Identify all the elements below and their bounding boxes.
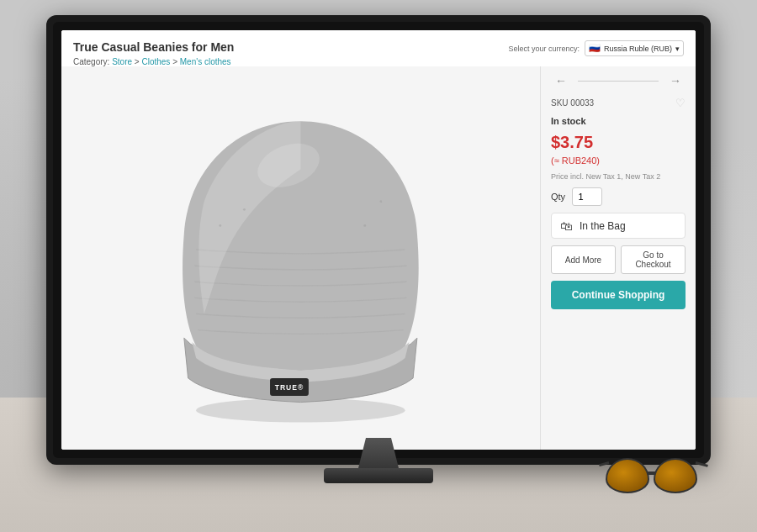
temple-left: [599, 461, 609, 466]
currency-value: Russia Ruble (RUB): [604, 45, 672, 53]
price-usd: $3.75: [551, 133, 686, 152]
header-left: True Casual Beanies for Men Category: St…: [73, 40, 508, 66]
flag-icon: 🇷🇺: [589, 43, 601, 54]
product-image-placeholder: TRUE®: [61, 66, 540, 450]
tax-info: Price incl. New Tax 1, New Tax 2: [551, 172, 686, 181]
nav-line: [578, 81, 659, 82]
qty-input[interactable]: [572, 187, 602, 206]
screen-content: True Casual Beanies for Men Category: St…: [61, 30, 696, 450]
currency-select[interactable]: 🇷🇺 Russia Ruble (RUB) ▾: [585, 40, 684, 56]
go-to-checkout-button[interactable]: Go to Checkout: [621, 245, 686, 274]
monitor-bezel: True Casual Beanies for Men Category: St…: [53, 22, 704, 458]
in-stock-badge: In stock: [551, 116, 686, 126]
svg-point-5: [243, 208, 246, 211]
bag-icon: 🛍: [560, 219, 573, 233]
action-buttons-row: Add More Go to Checkout: [551, 245, 686, 274]
breadcrumb: Category: Store > Clothes > Men's clothe…: [73, 57, 508, 66]
monitor-stand-base: [324, 468, 433, 483]
breadcrumb-mens-clothes[interactable]: Men's clothes: [180, 57, 231, 66]
sku-text: SKU 00033: [551, 98, 594, 108]
wishlist-icon[interactable]: ♡: [675, 97, 686, 109]
sunglasses-frame: [599, 450, 708, 508]
currency-label: Select your currency:: [508, 45, 580, 53]
product-image-area: TRUE®: [61, 66, 540, 450]
temple-right: [696, 461, 708, 467]
qty-label: Qty: [551, 192, 565, 202]
svg-point-4: [220, 224, 222, 227]
product-right-panel: ← → SKU 00033 ♡ In stock $3.75: [540, 66, 696, 450]
sunglasses: [599, 450, 708, 508]
prev-arrow[interactable]: ←: [551, 75, 571, 87]
in-bag-row: 🛍 In the Bag: [551, 213, 686, 239]
qty-row: Qty: [551, 187, 686, 206]
breadcrumb-store[interactable]: Store: [112, 57, 132, 66]
next-arrow[interactable]: →: [665, 75, 686, 87]
in-bag-text: In the Bag: [580, 220, 626, 232]
currency-area: Select your currency: 🇷🇺 Russia Ruble (R…: [508, 40, 684, 56]
monitor-screen: True Casual Beanies for Men Category: St…: [61, 30, 696, 450]
lens-right: [654, 458, 697, 493]
svg-point-7: [380, 201, 383, 203]
beanie-svg: TRUE®: [90, 89, 511, 426]
product-title: True Casual Beanies for Men: [73, 40, 508, 54]
sku-row: SKU 00033 ♡: [551, 97, 686, 109]
monitor-outer: True Casual Beanies for Men Category: St…: [46, 15, 711, 465]
svg-point-6: [363, 224, 366, 227]
lens-left: [606, 458, 649, 493]
breadcrumb-prefix: Category:: [73, 57, 109, 66]
top-bar: True Casual Beanies for Men Category: St…: [61, 30, 696, 66]
price-rub: (≈ RUB240): [551, 155, 686, 166]
continue-shopping-button[interactable]: Continue Shopping: [551, 281, 686, 309]
add-more-button[interactable]: Add More: [551, 245, 616, 274]
product-page: TRUE®: [61, 66, 696, 450]
breadcrumb-clothes[interactable]: Clothes: [141, 57, 170, 66]
nav-arrows: ← →: [551, 75, 686, 87]
svg-text:TRUE®: TRUE®: [275, 384, 304, 392]
chevron-down-icon: ▾: [675, 45, 680, 53]
